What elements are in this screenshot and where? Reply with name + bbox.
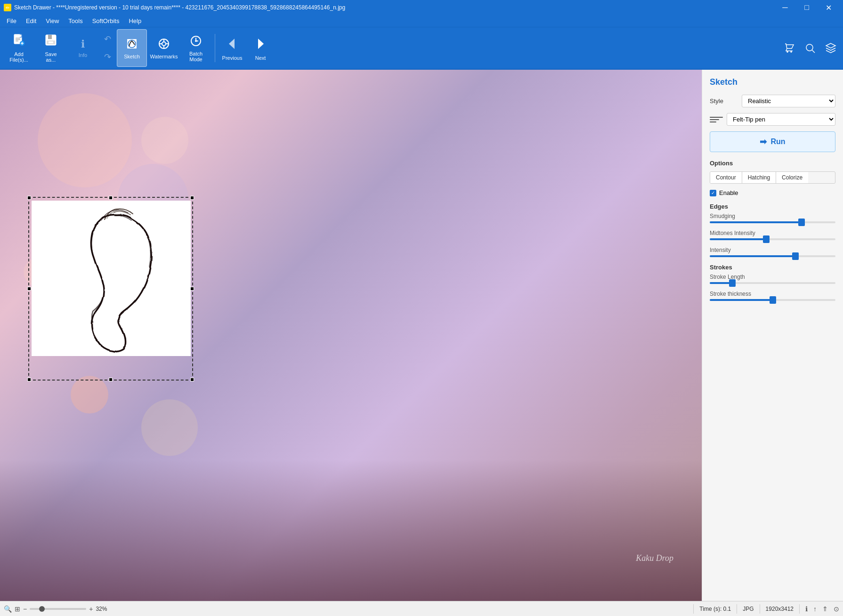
- time-label: Time (s): 0.1: [699, 606, 731, 612]
- status-bar: 🔍 ⊞ − + 32% Time (s): 0.1 JPG 1920x3412 …: [0, 601, 843, 616]
- title-bar: ✏ Sketch Drawer - ****Unregistered versi…: [0, 0, 843, 15]
- stroke-thickness-thumb[interactable]: [770, 296, 776, 304]
- next-nav[interactable]: Next: [247, 29, 274, 67]
- export-icon[interactable]: ⇑: [822, 605, 828, 613]
- midtones-group: Midtones Intensity: [710, 230, 835, 240]
- menu-file[interactable]: File: [2, 16, 21, 25]
- enable-row: ✓ Enable: [710, 189, 835, 196]
- selection-box: [28, 197, 193, 381]
- style-row: Style Realistic Pencil Ink Charcoal: [710, 95, 835, 107]
- panel-title: Sketch: [710, 77, 835, 87]
- toolbar-right: [781, 40, 839, 57]
- right-panel: Sketch Style Realistic Pencil Ink Charco…: [702, 70, 843, 601]
- 3d-icon[interactable]: [822, 40, 839, 57]
- status-right: Time (s): 0.1 JPG 1920x3412 ℹ ↑ ⇑ ⊙: [693, 604, 839, 614]
- batch-mode-icon: [189, 34, 203, 49]
- undo-icon: ↶: [104, 34, 111, 44]
- tab-contour[interactable]: Contour: [710, 172, 742, 183]
- run-button[interactable]: ➡ Run: [710, 131, 835, 152]
- menu-bar: File Edit View Tools SoftOrbits Help: [0, 15, 843, 27]
- redo-button[interactable]: ↷: [100, 49, 115, 65]
- svg-point-23: [806, 44, 813, 51]
- previous-icon: [224, 36, 240, 53]
- menu-softorbits[interactable]: SoftOrbits: [88, 16, 124, 25]
- presets-select[interactable]: Felt-Tip pen Pencil Ballpoint Marker: [727, 113, 835, 126]
- selection-handle-bl[interactable]: [27, 378, 31, 381]
- midtones-label: Midtones Intensity: [710, 230, 835, 236]
- menu-edit[interactable]: Edit: [21, 16, 41, 25]
- window-title: Sketch Drawer - ****Unregistered version…: [14, 4, 345, 11]
- minimize-button[interactable]: ─: [774, 0, 796, 15]
- svg-marker-22: [258, 39, 264, 49]
- watermarks-button[interactable]: Watermarks: [149, 29, 179, 67]
- tab-colorize[interactable]: Colorize: [776, 172, 808, 183]
- zoom-slider[interactable]: [30, 608, 86, 610]
- intensity-track[interactable]: [710, 255, 835, 257]
- stroke-thickness-track[interactable]: [710, 299, 835, 301]
- svg-marker-21: [229, 39, 235, 49]
- svg-point-14: [162, 42, 166, 46]
- style-label: Style: [710, 97, 738, 105]
- minus-zoom-icon[interactable]: −: [23, 605, 27, 613]
- canvas-background: Kaku Drop: [0, 70, 702, 601]
- style-select[interactable]: Realistic Pencil Ink Charcoal: [742, 95, 835, 107]
- stroke-length-thumb[interactable]: [729, 279, 736, 287]
- add-file-label: AddFile(s)...: [9, 51, 28, 63]
- selection-handle-bm[interactable]: [109, 378, 113, 381]
- zoom-percent: 32%: [96, 606, 107, 612]
- edges-title: Edges: [710, 203, 835, 210]
- watermark-text: Kaku Drop: [636, 553, 673, 563]
- settings-icon-right[interactable]: ⊙: [834, 605, 839, 613]
- run-label: Run: [770, 138, 785, 146]
- enable-checkbox[interactable]: ✓: [710, 190, 716, 196]
- maximize-button[interactable]: □: [796, 0, 818, 15]
- stroke-length-track[interactable]: [710, 282, 835, 284]
- menu-view[interactable]: View: [41, 16, 64, 25]
- batch-mode-button[interactable]: BatchMode: [181, 29, 211, 67]
- save-as-icon: [44, 33, 57, 49]
- zoom-thumb[interactable]: [39, 606, 45, 612]
- intensity-label: Intensity: [710, 247, 835, 253]
- selection-handle-tm[interactable]: [109, 196, 113, 200]
- midtones-thumb[interactable]: [763, 235, 770, 243]
- svg-rect-10: [49, 41, 53, 43]
- save-as-label: Saveas...: [45, 51, 57, 63]
- info-status-icon[interactable]: 🔍: [4, 605, 12, 613]
- svg-line-24: [812, 50, 815, 53]
- add-file-button[interactable]: AddFile(s)...: [4, 29, 34, 67]
- status-left: 🔍 ⊞ − + 32%: [4, 605, 689, 613]
- selection-handle-br[interactable]: [190, 378, 194, 381]
- options-title: Options: [710, 160, 835, 167]
- intensity-thumb[interactable]: [792, 252, 799, 260]
- selection-handle-tr[interactable]: [190, 196, 194, 200]
- sketch-button[interactable]: Sketch: [117, 29, 147, 67]
- watermarks-label: Watermarks: [150, 54, 178, 59]
- selection-handle-tl[interactable]: [27, 196, 31, 200]
- smudging-thumb[interactable]: [798, 219, 805, 226]
- svg-rect-8: [48, 35, 52, 39]
- menu-help[interactable]: Help: [124, 16, 146, 25]
- cart-icon[interactable]: [781, 40, 798, 57]
- format-label: JPG: [743, 606, 754, 612]
- midtones-track[interactable]: [710, 238, 835, 240]
- close-button[interactable]: ✕: [818, 0, 839, 15]
- menu-tools[interactable]: Tools: [64, 16, 87, 25]
- plus-zoom-icon[interactable]: +: [89, 605, 93, 613]
- redo-icon: ↷: [104, 52, 111, 62]
- info-icon-right[interactable]: ℹ: [805, 605, 808, 613]
- save-as-button[interactable]: Saveas...: [36, 29, 66, 67]
- previous-nav[interactable]: Previous: [219, 29, 245, 67]
- toolbar-separator: [215, 34, 215, 62]
- selection-handle-mr[interactable]: [190, 287, 194, 291]
- smudging-label: Smudging: [710, 213, 835, 219]
- selection-handle-ml[interactable]: [27, 287, 31, 291]
- smudging-track[interactable]: [710, 221, 835, 223]
- undo-button[interactable]: ↶: [100, 31, 115, 48]
- share-icon[interactable]: ↑: [813, 605, 817, 613]
- canvas-area[interactable]: Kaku Drop: [0, 70, 702, 601]
- info-button[interactable]: ℹ Info: [68, 29, 98, 67]
- dimensions-label: 1920x3412: [766, 606, 794, 612]
- tab-hatching[interactable]: Hatching: [742, 172, 776, 183]
- fit-status-icon[interactable]: ⊞: [15, 605, 20, 613]
- search-icon[interactable]: [802, 40, 819, 57]
